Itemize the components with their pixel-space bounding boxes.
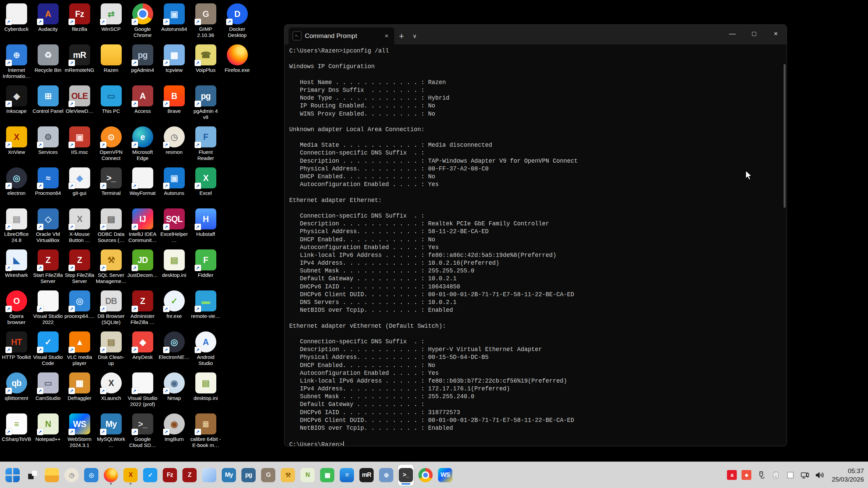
new-tab-button[interactable]: + — [394, 27, 409, 44]
taskbar-button[interactable] — [418, 465, 433, 486]
taskbar-button[interactable]: >_ — [398, 465, 414, 486]
desktop-icon[interactable]: DB ↗ DB Browser (SQLite) — [95, 290, 127, 331]
scrollbar-thumb[interactable] — [784, 64, 786, 208]
desktop-icon[interactable]: pg ↗ pgAdmin4 — [127, 44, 158, 85]
taskbar-button[interactable] — [44, 465, 60, 486]
desktop-icon[interactable]: ▤ ↗ desktop.ini — [190, 372, 221, 413]
desktop-icon[interactable]: ▣ ↗ Autoruns — [158, 167, 190, 208]
desktop-icon[interactable]: ☎ ↗ VoipPlus — [190, 44, 221, 85]
network-icon[interactable] — [800, 470, 810, 480]
desktop-icon[interactable]: ▤ ↗ desktop.ini — [158, 249, 190, 290]
desktop-icon[interactable]: OLE ↗ OleViewD… — [64, 85, 95, 126]
desktop-icon[interactable]: ▤ ↗ Disk Clean-up — [95, 331, 127, 372]
desktop-icon[interactable]: X ↗ XnView — [1, 126, 32, 167]
desktop-icon[interactable]: ◆ ↗ Inkscape — [1, 85, 32, 126]
close-button[interactable]: × — [765, 25, 787, 42]
desktop-icon[interactable]: A ↗ Audacity — [32, 3, 64, 44]
maximize-button[interactable]: □ — [743, 25, 765, 42]
taskbar-button[interactable]: My — [221, 465, 237, 486]
taskbar-button[interactable]: WS — [437, 465, 453, 486]
taskbar-button[interactable]: ≡ — [339, 465, 355, 486]
tray-clock[interactable]: 05:37 25/03/2026 — [832, 467, 864, 484]
desktop-icon[interactable]: ↗ WayFormat — [127, 167, 158, 208]
desktop-icon[interactable]: A ↗ Android Studio — [190, 331, 221, 372]
desktop-icon[interactable]: N ↗ Notepad++ — [32, 413, 64, 454]
usb-eject-icon[interactable] — [756, 470, 766, 480]
desktop-icon[interactable]: ▤ ↗ LibreOffice 24.8 — [1, 208, 32, 249]
taskbar-button[interactable]: Z — [182, 465, 197, 486]
taskbar-button[interactable]: Fz — [162, 465, 178, 486]
taskbar-button[interactable]: ◎ — [83, 465, 99, 486]
desktop-icon[interactable]: F ↗ Fiddler — [190, 249, 221, 290]
desktop-icon[interactable]: ↗ Firefox.exe — [221, 44, 253, 85]
desktop-icon[interactable]: ◣ ↗ Wireshark — [1, 249, 32, 290]
desktop-icon[interactable]: ◆ ↗ git-gui — [64, 167, 95, 208]
desktop-icon[interactable]: mR ↗ mRemoteNG — [64, 44, 95, 85]
volume-icon[interactable] — [814, 470, 825, 480]
desktop-icon[interactable]: H ↗ Hubstaff — [190, 208, 221, 249]
taskbar-button[interactable] — [201, 465, 217, 486]
desktop-icon[interactable]: JD ↗ JustDecom… — [127, 249, 158, 290]
taskbar-button[interactable] — [5, 465, 20, 486]
desktop-icon[interactable]: ▭ ↗ CamStudio — [32, 372, 64, 413]
desktop-icon[interactable]: ✓ ↗ fnr.exe — [158, 290, 190, 331]
desktop-icon[interactable]: ⊕ ↗ Internet Informatio… — [1, 44, 32, 85]
x-mouse-tray-icon[interactable] — [771, 470, 781, 480]
amd-software-tray-icon[interactable]: a — [727, 470, 737, 480]
desktop-icon[interactable]: X ↗ XLaunch — [95, 372, 127, 413]
desktop-icon[interactable]: IJ ↗ IntelliJ IDEA Communit… — [127, 208, 158, 249]
desktop-icon[interactable]: ◎ ↗ procexp64.… — [64, 290, 95, 331]
desktop-icon[interactable]: Z ↗ Administer FileZilla … — [127, 290, 158, 331]
desktop-icon[interactable]: ↗ Cyberduck — [1, 3, 32, 44]
desktop-icon[interactable]: X ↗ X-Mouse Button … — [64, 208, 95, 249]
taskbar-button[interactable]: X — [123, 465, 138, 486]
taskbar-button[interactable]: ▦ — [319, 465, 335, 486]
tab-dropdown-button[interactable]: ∨ — [409, 27, 421, 44]
desktop-icon[interactable]: X ↗ Excel — [190, 167, 221, 208]
desktop-icon[interactable]: ▬ ↗ remote-vie… — [190, 290, 221, 331]
desktop-icon[interactable]: G ↗ GIMP 2.10.36 — [190, 3, 221, 44]
taskbar-button[interactable]: G — [260, 465, 276, 486]
desktop-icon[interactable]: ⚙ ↗ Services — [32, 126, 64, 167]
taskbar-button[interactable]: ✓ — [142, 465, 158, 486]
taskbar-button[interactable]: N — [300, 465, 315, 486]
desktop-icon[interactable]: ▤ ↗ ODBC Data Sources (… — [95, 208, 127, 249]
desktop-icon[interactable]: pg ↗ pgAdmin 4 v8 — [190, 85, 221, 126]
desktop-icon[interactable]: ▦ ↗ Defraggler — [64, 372, 95, 413]
desktop-icon[interactable]: ↗ Google Chrome — [127, 3, 158, 44]
desktop-icon[interactable]: ↗ Razen — [95, 44, 127, 85]
desktop-icon[interactable]: ♻ ↗ Recycle Bin — [32, 44, 64, 85]
desktop-icon[interactable]: O ↗ Opera browser — [1, 290, 32, 331]
desktop-icon[interactable]: >_ ↗ Google Cloud SD… — [127, 413, 158, 454]
desktop-icon[interactable]: qb ↗ qBittorrent — [1, 372, 32, 413]
desktop-icon[interactable]: ≡ ↗ CSharpToVB — [1, 413, 32, 454]
desktop-icon[interactable]: SQL ↗ ExcelHelper… — [158, 208, 190, 249]
terminal-output[interactable]: C:\Users\Razen>ipconfig /allWindows IP C… — [284, 44, 787, 446]
desktop-icon[interactable]: ⚒ ↗ SQL Server Manageme… — [95, 249, 127, 290]
desktop-icon[interactable]: D ↗ Docker Desktop — [221, 3, 253, 44]
desktop-icon[interactable]: Z ↗ Stop FileZilla Server — [64, 249, 95, 290]
taskbar-button[interactable] — [24, 465, 40, 486]
desktop-icon[interactable]: B ↗ Brave — [158, 85, 190, 126]
desktop-icon[interactable]: ↗ Visual Studio 2022 — [32, 290, 64, 331]
desktop-icon[interactable]: ▦ ↗ tcpview — [158, 44, 190, 85]
desktop-icon[interactable]: F ↗ Fluent Reader — [190, 126, 221, 167]
desktop-icon[interactable]: ▲ ↗ VLC media player — [64, 331, 95, 372]
taskbar-button[interactable]: pg — [241, 465, 256, 486]
desktop-icon[interactable]: Fz ↗ filezilla — [64, 3, 95, 44]
desktop-icon[interactable]: ◉ ↗ ImgBurn — [158, 413, 190, 454]
taskbar-button[interactable]: ⊕ — [378, 465, 394, 486]
desktop-icon[interactable]: My ↗ MySQLWork… — [95, 413, 127, 454]
desktop-icon[interactable]: ≈ ↗ Procmon64 — [32, 167, 64, 208]
taskbar-button[interactable]: ◷ — [64, 465, 79, 486]
desktop-icon[interactable]: A ↗ Access — [127, 85, 158, 126]
tray-app-icon[interactable] — [785, 470, 795, 480]
desktop-icon[interactable]: ▭ ↗ This PC — [95, 85, 127, 126]
desktop-icon[interactable]: ◇ ↗ Oracle VM VirtualBox — [32, 208, 64, 249]
desktop-icon[interactable]: ≣ ↗ calibre 64bit - E-book m… — [190, 413, 221, 454]
tab-command-prompt[interactable]: >_ Command Prompt × — [289, 27, 394, 44]
taskbar-button[interactable]: ⚒ — [280, 465, 296, 486]
desktop-icon[interactable]: ◎ ↗ ElectronNE… — [158, 331, 190, 372]
taskbar-button[interactable]: mR — [359, 465, 374, 486]
desktop-icon[interactable]: ▣ ↗ Autoruns64 — [158, 3, 190, 44]
